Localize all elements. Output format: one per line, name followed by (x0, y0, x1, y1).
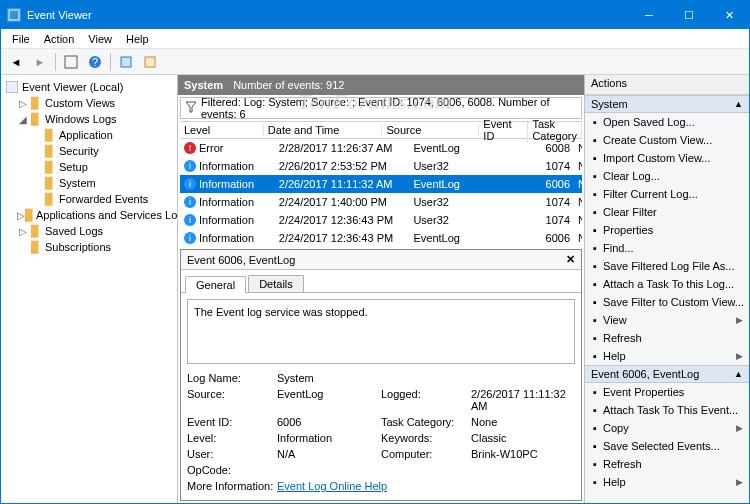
tree-item[interactable]: ◢▉Windows Logs (3, 111, 175, 127)
table-row[interactable]: iInformation2/24/2017 12:36:43 PMUser321… (180, 211, 582, 229)
action-item[interactable]: ▪Clear Filter (585, 203, 749, 221)
tree-item[interactable]: ▉Security (3, 143, 175, 159)
svg-rect-6 (145, 57, 155, 67)
tab-general[interactable]: General (185, 276, 246, 293)
close-button[interactable]: ✕ (709, 1, 749, 29)
action-item[interactable]: ▪Help▶ (585, 347, 749, 365)
tab-details[interactable]: Details (248, 275, 304, 292)
action-item[interactable]: ▪View▶ (585, 311, 749, 329)
action-item[interactable]: ▪Event Properties (585, 383, 749, 401)
toolbar-icon[interactable] (115, 51, 137, 73)
filter-text: Filtered: Log: System; Source: ; Event I… (201, 96, 577, 120)
app-icon (7, 8, 21, 22)
tree-item[interactable]: ▉Forwarded Events (3, 191, 175, 207)
action-item[interactable]: ▪Attach a Task To this Log... (585, 275, 749, 293)
window-title: Event Viewer (27, 9, 92, 21)
action-item[interactable]: ▪Attach Task To This Event... (585, 401, 749, 419)
tree-item[interactable]: ▉Setup (3, 159, 175, 175)
center-header: System Number of events: 912 (178, 75, 584, 95)
action-item[interactable]: ▪Filter Current Log... (585, 185, 749, 203)
tree-item[interactable]: ▷▉Applications and Services Logs (3, 207, 175, 223)
actions-section-event[interactable]: Event 6006, EventLog▲ (585, 365, 749, 383)
action-item[interactable]: ▪Save Filter to Custom View... (585, 293, 749, 311)
svg-rect-5 (121, 57, 131, 67)
filter-icon (185, 101, 197, 115)
grid-header[interactable]: Level Date and Time Source Event ID Task… (180, 121, 582, 139)
action-item[interactable]: ▪Help▶ (585, 473, 749, 491)
event-properties: Log Name:System Source:EventLog Logged:2… (187, 370, 575, 494)
table-row[interactable]: iInformation2/26/2017 2:53:52 PMUser3210… (180, 157, 582, 175)
action-item[interactable]: ▪Refresh (585, 455, 749, 473)
action-item[interactable]: ▪Find... (585, 239, 749, 257)
tree-item[interactable]: ▷▉Saved Logs (3, 223, 175, 239)
tree-item[interactable]: ▉Application (3, 127, 175, 143)
action-item[interactable]: ▪Save Filtered Log File As... (585, 257, 749, 275)
detail-close-icon[interactable]: ✕ (566, 253, 575, 266)
online-help-link[interactable]: Event Log Online Help (277, 480, 387, 492)
table-row[interactable]: iInformation2/24/2017 12:36:43 PMEventLo… (180, 229, 582, 247)
action-item[interactable]: ▪Create Custom View... (585, 131, 749, 149)
menu-help[interactable]: Help (119, 31, 156, 47)
menu-file[interactable]: File (5, 31, 37, 47)
action-item[interactable]: ▪Open Saved Log... (585, 113, 749, 131)
menu-action[interactable]: Action (37, 31, 82, 47)
event-message: The Event log service was stopped. (187, 299, 575, 364)
action-item[interactable]: ▪Properties (585, 221, 749, 239)
table-row[interactable]: !Error2/28/2017 11:26:37 AMEventLog6008N… (180, 139, 582, 157)
action-item[interactable]: ▪Clear Log... (585, 167, 749, 185)
tree-pane: Event Viewer (Local) ▷▉Custom Views◢▉Win… (1, 75, 178, 503)
detail-title: Event 6006, EventLog (187, 254, 295, 266)
toolbar-icon[interactable] (139, 51, 161, 73)
toolbar: ◄ ► ? (1, 49, 749, 75)
tree-root[interactable]: Event Viewer (Local) (3, 79, 175, 95)
forward-button[interactable]: ► (29, 51, 51, 73)
table-row[interactable]: iInformation2/24/2017 1:40:00 PMUser3210… (180, 193, 582, 211)
minimize-button[interactable]: ─ (629, 1, 669, 29)
tree-item[interactable]: ▉System (3, 175, 175, 191)
svg-rect-7 (6, 81, 18, 93)
actions-header: Actions (585, 75, 749, 95)
table-row[interactable]: iInformation2/26/2017 11:11:32 AMEventLo… (180, 175, 582, 193)
maximize-button[interactable]: ☐ (669, 1, 709, 29)
svg-rect-2 (65, 56, 77, 68)
action-item[interactable]: ▪Copy▶ (585, 419, 749, 437)
back-button[interactable]: ◄ (5, 51, 27, 73)
action-item[interactable]: ▪Import Custom View... (585, 149, 749, 167)
actions-section-system[interactable]: System▲ (585, 95, 749, 113)
actions-pane: Actions System▲ ▪Open Saved Log...▪Creat… (584, 75, 749, 503)
help-icon[interactable]: ? (84, 51, 106, 73)
menubar: File Action View Help (1, 29, 749, 49)
svg-text:?: ? (92, 56, 98, 68)
tree-item[interactable]: ▉Subscriptions (3, 239, 175, 255)
titlebar[interactable]: Event Viewer ─ ☐ ✕ (1, 1, 749, 29)
center-pane: System Number of events: 912 Filtered: L… (178, 75, 584, 503)
menu-view[interactable]: View (81, 31, 119, 47)
toolbar-icon[interactable] (60, 51, 82, 73)
filter-bar: Filtered: Log: System; Source: ; Event I… (180, 97, 582, 119)
action-item[interactable]: ▪Refresh (585, 329, 749, 347)
detail-pane: Event 6006, EventLog ✕ General Details T… (180, 249, 582, 501)
tree-item[interactable]: ▷▉Custom Views (3, 95, 175, 111)
action-item[interactable]: ▪Save Selected Events... (585, 437, 749, 455)
